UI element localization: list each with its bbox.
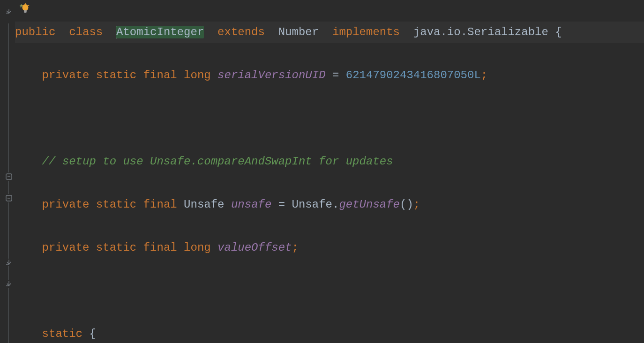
- method-call: getUnsafe: [339, 198, 400, 211]
- code-editor[interactable]: public class AtomicInteger extends Numbe…: [15, 0, 644, 343]
- code-line[interactable]: private static final long valueOffset;: [15, 237, 644, 259]
- keyword-long: long: [184, 241, 211, 254]
- fold-guide-line: [8, 266, 9, 280]
- keyword-implements: implements: [332, 26, 400, 38]
- keyword-final: final: [143, 241, 177, 254]
- line-comment: // setup to use Unsafe.compareAndSwapInt…: [42, 155, 393, 168]
- parens: (): [400, 198, 413, 211]
- keyword-final: final: [143, 69, 177, 82]
- code-line[interactable]: private static final Unsafe unsafe = Uns…: [15, 194, 644, 216]
- keyword-long: long: [184, 69, 211, 82]
- semicolon: ;: [413, 198, 420, 211]
- keyword-static: static: [96, 69, 136, 82]
- brace: {: [89, 328, 96, 340]
- type-ref: Unsafe: [184, 198, 224, 211]
- blank-line[interactable]: [15, 280, 644, 302]
- code-line[interactable]: public class AtomicInteger extends Numbe…: [15, 22, 644, 43]
- code-line[interactable]: private static final long serialVersionU…: [15, 65, 644, 86]
- operator: =: [332, 69, 339, 82]
- keyword-static: static: [96, 198, 136, 211]
- keyword-private: private: [42, 69, 90, 82]
- field-name: unsafe: [231, 198, 271, 211]
- type-ref: java.io.Serializable: [413, 26, 548, 38]
- keyword-static: static: [96, 241, 136, 254]
- fold-end-icon[interactable]: [6, 0, 12, 4]
- keyword-final: final: [143, 198, 177, 211]
- semicolon: ;: [481, 69, 487, 82]
- keyword-static: static: [42, 328, 82, 340]
- fold-guide-line: [8, 288, 9, 343]
- code-line[interactable]: // setup to use Unsafe.compareAndSwapInt…: [15, 151, 644, 172]
- field-name: serialVersionUID: [217, 69, 325, 82]
- fold-toggle-icon[interactable]: [6, 173, 12, 180]
- keyword-class: class: [69, 26, 103, 38]
- keyword-private: private: [42, 241, 90, 254]
- fold-toggle-icon[interactable]: [6, 195, 12, 201]
- fold-guide-line: [8, 202, 9, 259]
- fold-end-icon[interactable]: [6, 280, 12, 287]
- keyword-private: private: [42, 198, 90, 211]
- keyword-public: public: [15, 26, 55, 38]
- dot: .: [332, 198, 339, 211]
- editor-gutter: [0, 0, 14, 343]
- type-ref: Number: [278, 26, 319, 38]
- type-ref: Unsafe: [292, 198, 332, 211]
- code-line[interactable]: static {: [15, 323, 644, 343]
- fold-end-icon[interactable]: [6, 259, 12, 265]
- semicolon: ;: [292, 241, 299, 254]
- field-name: valueOffset: [217, 241, 292, 254]
- keyword-extends: extends: [217, 26, 265, 38]
- brace: {: [555, 26, 562, 38]
- class-name: AtomicInteger: [116, 26, 204, 38]
- number-literal: 6214790243416807050L: [346, 69, 481, 82]
- fold-guide-line: [8, 181, 9, 194]
- operator: =: [278, 198, 285, 211]
- blank-line[interactable]: [15, 108, 644, 129]
- fold-guide-line: [8, 23, 9, 172]
